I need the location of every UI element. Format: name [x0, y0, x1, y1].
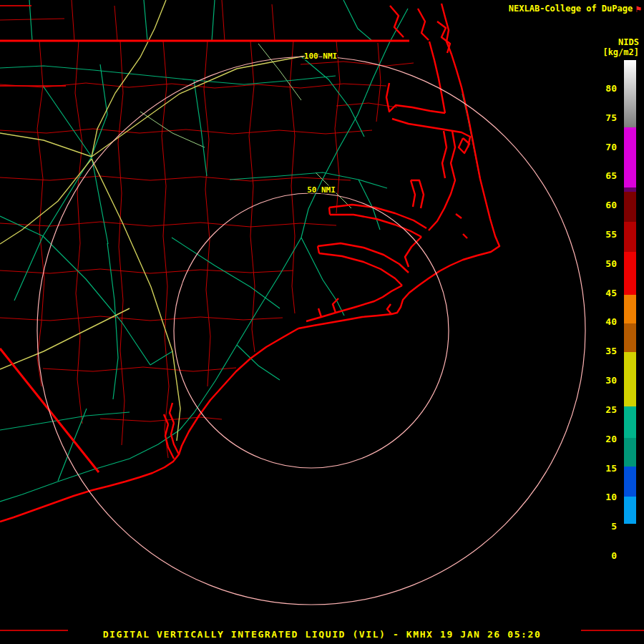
colorbar-tick-label: 60	[588, 200, 617, 213]
attribution: NEXLAB-College of DuPage ⚑	[509, 4, 641, 14]
range-ring-100nmi	[37, 57, 585, 605]
colorbar-segment	[624, 497, 636, 524]
colorbar-tick-label: 10	[588, 492, 617, 504]
colorbar-tick-label: 40	[588, 316, 617, 329]
colorbar-bar	[624, 60, 636, 572]
colorbar-ticks: 80757065605550454035302520151050	[587, 0, 621, 644]
colorbar-tick-label: 45	[588, 288, 617, 301]
colorbar-tick-label: 35	[588, 346, 617, 358]
radar-map: 100 NMI 50 NMI	[0, 0, 644, 644]
colorbar-segment	[624, 406, 636, 438]
colorbar-tick-label: 55	[588, 229, 617, 242]
county-boundaries	[0, 0, 414, 458]
colorbar-segment	[624, 60, 636, 127]
colorbar-title: NIDS	[618, 37, 639, 47]
colorbar-tick-label: 25	[588, 404, 617, 417]
colorbar-segment	[624, 192, 636, 222]
flag-icon: ⚑	[635, 4, 641, 14]
range-ring-label-50nmi: 50 NMI	[307, 185, 336, 195]
frame-marks	[0, 6, 644, 630]
colorbar-tick-label: 5	[588, 521, 617, 534]
colorbar-tick-label: 70	[588, 142, 617, 155]
colorbar-segment	[624, 127, 636, 187]
radar-display: 100 NMI 50 NMI NEXLAB-College of DuPage …	[0, 0, 644, 644]
colorbar-tick-label: 80	[588, 83, 617, 96]
range-ring-label-100nmi: 100 NMI	[304, 52, 337, 61]
colorbar-segment	[624, 252, 636, 295]
colorbar-tick-label: 50	[588, 258, 617, 271]
colorbar-segment	[624, 222, 636, 252]
colorbar-tick-label: 75	[588, 112, 617, 125]
range-rings	[37, 57, 585, 605]
product-title: DIGITAL VERTICALLY INTEGRATED LIQUID (VI…	[0, 629, 644, 640]
colorbar-tick-label: 30	[588, 375, 617, 388]
colorbar-tick-label: 15	[588, 463, 617, 476]
colorbar-segment	[624, 295, 636, 323]
colorbar-segment	[624, 352, 636, 406]
colorbar-segment	[624, 524, 636, 572]
secondary-roads	[140, 44, 351, 208]
colorbar-tick-label: 0	[588, 550, 617, 563]
colorbar-tick-label: 65	[588, 170, 617, 183]
colorbar-segment	[624, 467, 636, 497]
range-ring-50nmi	[174, 193, 449, 468]
colorbar-segment	[624, 323, 636, 352]
colorbar-segment	[624, 438, 636, 467]
colorbar-tick-label: 20	[588, 434, 617, 447]
